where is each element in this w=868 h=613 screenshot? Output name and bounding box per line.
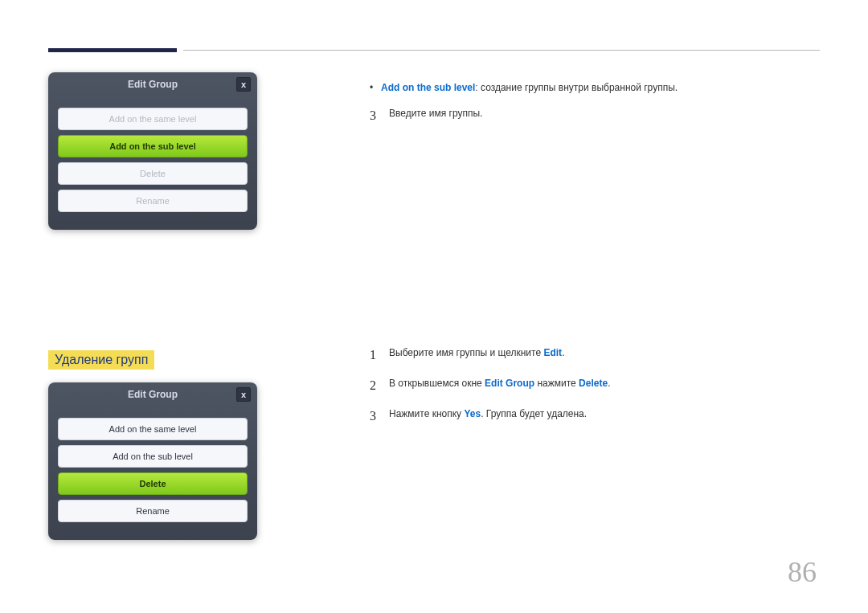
close-icon[interactable]: x <box>236 387 251 402</box>
add-sub-level-button[interactable]: Add on the sub level <box>58 445 248 468</box>
dialog-title: Edit Group <box>128 389 178 400</box>
step-3-enter-name: 3 Введите имя группы. <box>370 106 820 125</box>
section-heading-delete-groups: Удаление групп <box>48 350 154 370</box>
step-1-select-edit: 1 Выберите имя группы и щелкните Edit. <box>370 345 820 365</box>
bullet-icon: • <box>370 80 381 95</box>
rest: : создание группы внутри выбранной групп… <box>475 82 678 93</box>
step-text: Введите имя группы. <box>389 106 482 125</box>
close-icon[interactable]: x <box>236 77 251 92</box>
term: Yes <box>464 408 481 419</box>
delete-button[interactable]: Delete <box>58 472 248 495</box>
add-sub-level-button[interactable]: Add on the sub level <box>58 135 248 157</box>
t: . <box>608 378 610 389</box>
page-content: Edit Group x Add on the same level Add o… <box>48 72 820 572</box>
term: Delete <box>579 378 608 389</box>
step-number: 2 <box>370 376 389 395</box>
close-glyph: x <box>241 390 246 399</box>
bullet-add-sub-level: • Add on the sub level: создание группы … <box>370 80 820 95</box>
page-number: 86 <box>788 555 817 589</box>
t: Нажмите кнопку <box>389 408 464 419</box>
edit-group-dialog-1: Edit Group x Add on the same level Add o… <box>48 72 257 230</box>
dialog-body: Add on the same level Add on the sub lev… <box>48 407 257 529</box>
t: Выберите имя группы и щелкните <box>389 347 543 358</box>
right-column: • Add on the sub level: создание группы … <box>370 72 820 572</box>
delete-button[interactable]: Delete <box>58 162 248 185</box>
term: Edit <box>543 347 562 358</box>
dialog-header: Edit Group x <box>48 382 257 407</box>
add-same-level-button[interactable]: Add on the same level <box>58 418 248 440</box>
step-text: Нажмите кнопку Yes. Группа будет удалена… <box>389 407 587 426</box>
dialog-title: Edit Group <box>128 79 178 90</box>
step-3-confirm-yes: 3 Нажмите кнопку Yes. Группа будет удале… <box>370 407 820 426</box>
step-2-click-delete: 2 В открывшемся окне Edit Group нажмите … <box>370 376 820 395</box>
rename-button[interactable]: Rename <box>58 190 248 212</box>
header-rule-accent <box>48 48 177 52</box>
term: Edit Group <box>485 378 534 389</box>
dialog-body: Add on the same level Add on the sub lev… <box>48 96 257 219</box>
step-number: 1 <box>370 345 389 365</box>
step-text: В открывшемся окне Edit Group нажмите De… <box>389 376 610 395</box>
step-number: 3 <box>370 407 389 426</box>
t: . Группа будет удалена. <box>481 408 587 419</box>
step-text: Выберите имя группы и щелкните Edit. <box>389 345 564 365</box>
rename-button[interactable]: Rename <box>58 500 248 522</box>
bullet-text: Add on the sub level: создание группы вн… <box>381 80 678 95</box>
add-same-level-button[interactable]: Add on the same level <box>58 108 248 130</box>
dialog-header: Edit Group x <box>48 72 257 96</box>
t: В открывшемся окне <box>389 378 485 389</box>
term: Add on the sub level <box>381 82 475 93</box>
left-column: Edit Group x Add on the same level Add o… <box>48 72 321 572</box>
header-rule <box>183 50 820 51</box>
close-glyph: x <box>241 80 246 89</box>
step-number: 3 <box>370 106 389 125</box>
edit-group-dialog-2: Edit Group x Add on the same level Add o… <box>48 382 257 540</box>
t: нажмите <box>534 378 579 389</box>
t: . <box>562 347 564 358</box>
